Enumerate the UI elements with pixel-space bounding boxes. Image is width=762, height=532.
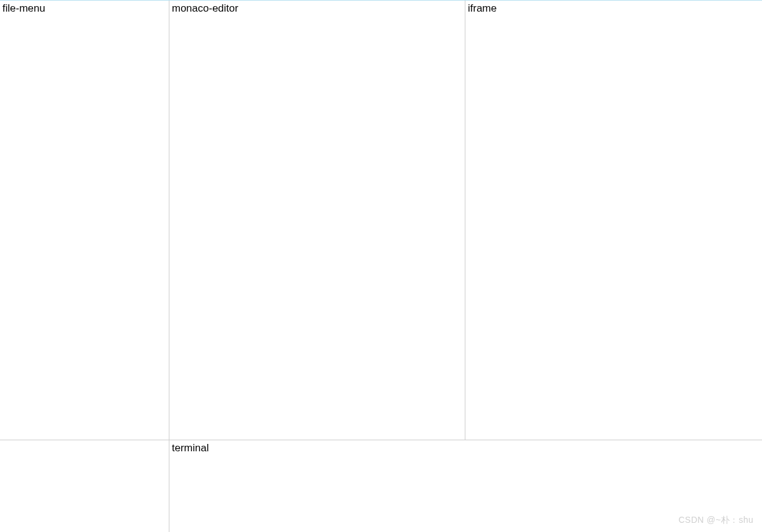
file-menu-panel[interactable]: file-menu bbox=[0, 1, 169, 440]
watermark-text: CSDN @~朴：shu bbox=[678, 515, 753, 526]
bottom-spacer bbox=[0, 440, 169, 532]
bottom-row: terminal bbox=[0, 440, 762, 532]
layout-container: file-menu monaco-editor iframe terminal bbox=[0, 0, 762, 532]
iframe-panel[interactable]: iframe bbox=[465, 1, 762, 440]
terminal-panel[interactable]: terminal bbox=[169, 440, 762, 532]
monaco-editor-label: monaco-editor bbox=[172, 2, 239, 14]
iframe-label: iframe bbox=[468, 2, 497, 14]
terminal-label: terminal bbox=[172, 442, 209, 454]
top-row: file-menu monaco-editor iframe bbox=[0, 1, 762, 440]
monaco-editor-panel[interactable]: monaco-editor bbox=[169, 1, 465, 440]
file-menu-label: file-menu bbox=[2, 2, 45, 14]
